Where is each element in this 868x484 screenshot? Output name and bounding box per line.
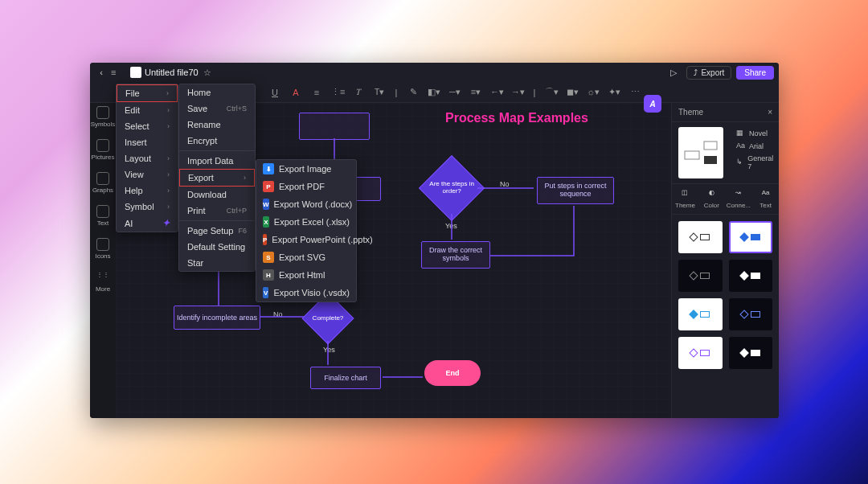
- effects-icon[interactable]: ✦▾: [608, 87, 620, 97]
- menu-select[interactable]: Select›: [117, 118, 178, 134]
- right-tabs: ◫Theme ◐Color ↝Conne... AaText: [672, 183, 779, 215]
- play-button[interactable]: ▷: [665, 68, 682, 78]
- svg-rect-1: [704, 142, 717, 150]
- export-ppt[interactable]: PExport PowerPoint (.pptx): [256, 231, 356, 248]
- menu-edit[interactable]: Edit›: [117, 102, 178, 118]
- arrow-end-icon[interactable]: →▾: [511, 87, 524, 97]
- file-encrypt[interactable]: Encrypt: [179, 133, 255, 149]
- menu-insert[interactable]: Insert: [117, 134, 178, 150]
- underline-icon[interactable]: U: [268, 88, 281, 97]
- graphs-icon: [96, 172, 109, 185]
- more-icon[interactable]: ⋯: [628, 87, 641, 97]
- theme-option-7[interactable]: [678, 337, 723, 369]
- connector-value[interactable]: General 7: [747, 154, 775, 170]
- upload-icon: ⤴: [694, 68, 698, 77]
- share-button[interactable]: Share: [736, 66, 774, 80]
- export-svg[interactable]: SExport SVG: [256, 248, 356, 266]
- svg-rect-2: [704, 156, 717, 164]
- menu-separator: [179, 220, 255, 221]
- export-image[interactable]: ⬇Export Image: [256, 160, 356, 178]
- document-icon: [130, 67, 141, 78]
- round-corner-icon[interactable]: ⌒▾: [545, 86, 558, 98]
- tab-theme[interactable]: ◫Theme: [672, 184, 698, 214]
- export-pdf[interactable]: PExport PDF: [256, 178, 356, 195]
- tab-connector[interactable]: ↝Conne...: [725, 184, 752, 214]
- file-print[interactable]: PrintCtrl+P: [179, 203, 255, 219]
- text-options-icon[interactable]: T▾: [373, 87, 386, 97]
- titlebar: ‹ ≡ Untitled file70 ☆ ▷ ⤴ Export Share: [90, 63, 779, 82]
- brightness-icon[interactable]: ☼▾: [587, 87, 600, 97]
- menu-layout[interactable]: Layout›: [117, 150, 178, 166]
- theme-option-1[interactable]: [678, 221, 723, 253]
- menu-file[interactable]: File›: [117, 84, 178, 102]
- ai-badge[interactable]: A: [644, 95, 661, 113]
- file-star[interactable]: Star: [179, 255, 255, 271]
- rail-graphs[interactable]: Graphs: [92, 172, 113, 194]
- file-default-setting[interactable]: Default Setting: [179, 239, 255, 255]
- tab-text[interactable]: AaText: [752, 184, 779, 214]
- shadow-icon[interactable]: ◼▾: [566, 87, 579, 97]
- panel-title: Theme: [678, 108, 703, 117]
- rail-text[interactable]: Text: [96, 205, 109, 227]
- file-import-data[interactable]: Import Data: [179, 153, 255, 169]
- rail-pictures[interactable]: Pictures: [92, 139, 115, 161]
- theme-option-2[interactable]: [729, 221, 773, 253]
- theme-option-6[interactable]: [729, 298, 773, 330]
- bullets-icon[interactable]: ⋮≡: [331, 87, 344, 97]
- menubar-dropdown: File› Edit› Select› Insert Layout› View›…: [116, 84, 178, 232]
- favorite-icon[interactable]: ☆: [203, 68, 211, 78]
- export-word[interactable]: WExport Word (.docx): [256, 195, 356, 213]
- rail-icons[interactable]: Icons: [95, 238, 110, 260]
- file-save[interactable]: SaveCtrl+S: [179, 100, 255, 117]
- line-weight-icon[interactable]: ≡▾: [469, 87, 482, 97]
- visio-file-icon: V: [263, 287, 268, 298]
- theme-preview[interactable]: [678, 127, 723, 178]
- text-tool-icon[interactable]: 𝑇: [352, 87, 365, 97]
- html-file-icon: H: [263, 269, 274, 281]
- file-submenu: Home SaveCtrl+S Rename Encrypt Import Da…: [178, 84, 256, 272]
- tab-color[interactable]: ◐Color: [698, 184, 725, 214]
- font-color-icon[interactable]: A: [289, 88, 302, 97]
- document-title[interactable]: Untitled file70: [145, 68, 199, 77]
- file-home[interactable]: Home: [179, 84, 255, 100]
- rail-symbols[interactable]: Symbols: [91, 106, 116, 128]
- chevron-right-icon: ›: [166, 89, 169, 97]
- fill-color-icon[interactable]: ◧▾: [428, 87, 440, 97]
- file-page-setup[interactable]: Page SetupF6: [179, 223, 255, 239]
- left-rail: Symbols Pictures Graphs Text Icons ⋮⋮Mor…: [90, 103, 116, 418]
- icons-icon: [96, 238, 109, 251]
- back-button[interactable]: ‹: [95, 66, 108, 79]
- theme-option-3[interactable]: [678, 260, 723, 292]
- font-value[interactable]: Arial: [749, 142, 764, 150]
- menu-ai[interactable]: AI✦: [117, 215, 178, 232]
- line-style-icon[interactable]: ─▾: [448, 87, 461, 97]
- file-export[interactable]: Export›: [179, 169, 255, 187]
- export-submenu: ⬇Export Image PExport PDF WExport Word (…: [256, 159, 357, 302]
- theme-option-5[interactable]: [678, 298, 723, 330]
- export-button[interactable]: ⤴ Export: [686, 66, 731, 80]
- file-download[interactable]: Download: [179, 187, 255, 203]
- theme-option-8[interactable]: [729, 337, 773, 369]
- menu-separator: [179, 150, 255, 151]
- export-visio[interactable]: VExport Visio (.vsdx): [256, 284, 356, 301]
- symbols-icon: [96, 106, 109, 119]
- pen-tool-icon[interactable]: ✎: [407, 87, 420, 97]
- export-html[interactable]: HExport Html: [256, 266, 356, 284]
- menu-view[interactable]: View›: [117, 166, 178, 183]
- menu-symbol[interactable]: Symbol›: [117, 199, 178, 215]
- ppt-file-icon: P: [263, 234, 267, 245]
- image-file-icon: ⬇: [263, 163, 274, 174]
- align-icon[interactable]: ≡: [310, 88, 323, 97]
- file-rename[interactable]: Rename: [179, 117, 255, 133]
- font-icon: Aa: [736, 142, 746, 151]
- rail-more[interactable]: ⋮⋮More: [96, 271, 110, 293]
- close-icon[interactable]: ×: [768, 108, 772, 117]
- export-excel[interactable]: XExport Excel (.xlsx): [256, 213, 356, 231]
- hamburger-icon[interactable]: ≡: [111, 68, 124, 77]
- menu-help[interactable]: Help›: [117, 183, 178, 199]
- style-value[interactable]: Novel: [749, 129, 768, 137]
- theme-option-4[interactable]: [729, 260, 773, 292]
- arrow-start-icon[interactable]: ←▾: [490, 87, 503, 97]
- panel-header: Theme ×: [672, 103, 779, 122]
- svg-file-icon: S: [263, 252, 274, 263]
